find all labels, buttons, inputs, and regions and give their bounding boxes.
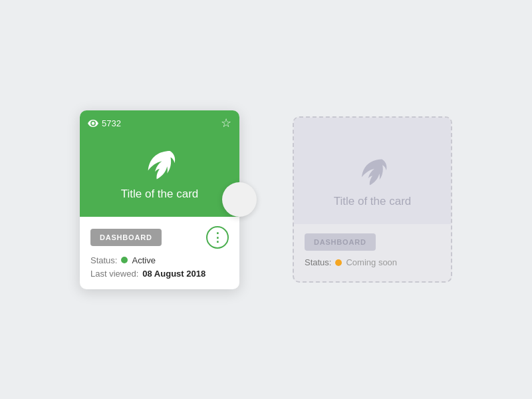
views-count: 5732	[88, 118, 121, 128]
inactive-card-body: DASHBOARD Status: Coming soon	[294, 224, 451, 281]
toggle-circle[interactable]	[222, 182, 257, 217]
star-button[interactable]: ☆	[221, 117, 231, 129]
status-row-active: Status: Active	[90, 255, 229, 265]
last-viewed-date: 08 August 2018	[142, 269, 205, 279]
view-count-text: 5732	[102, 118, 121, 128]
cards-container: 5732 ☆ Title of the card DASHBOARD ⋮ Sta…	[80, 110, 452, 289]
active-card: 5732 ☆ Title of the card DASHBOARD ⋮ Sta…	[80, 110, 239, 289]
status-label-active: Status:	[90, 255, 117, 265]
dashboard-button-active[interactable]: DASHBOARD	[90, 229, 162, 246]
active-card-title: Title of the card	[121, 188, 199, 201]
leaf-icon-inactive	[356, 155, 388, 187]
status-value-coming: Coming soon	[346, 257, 397, 267]
status-row-inactive: Status: Coming soon	[305, 257, 440, 267]
inactive-card-header: Title of the card	[294, 118, 451, 224]
inactive-card: Title of the card DASHBOARD Status: Comi…	[293, 116, 452, 283]
active-card-header: 5732 ☆ Title of the card	[80, 110, 239, 217]
status-label-inactive: Status:	[305, 257, 331, 267]
last-viewed-label: Last viewed:	[90, 269, 138, 279]
leaf-icon-active	[142, 146, 177, 181]
dashboard-button-inactive[interactable]: DASHBOARD	[305, 233, 376, 251]
eye-icon	[88, 120, 98, 127]
status-dot-yellow	[335, 259, 342, 266]
status-dot-green	[121, 257, 128, 263]
status-value-active: Active	[132, 255, 155, 265]
active-card-body: DASHBOARD ⋮ Status: Active Last viewed: …	[80, 217, 239, 289]
card-actions-row: DASHBOARD ⋮	[90, 226, 229, 249]
inactive-card-title: Title of the card	[334, 195, 412, 208]
last-viewed-row: Last viewed: 08 August 2018	[90, 269, 229, 279]
more-options-button[interactable]: ⋮	[206, 226, 229, 249]
